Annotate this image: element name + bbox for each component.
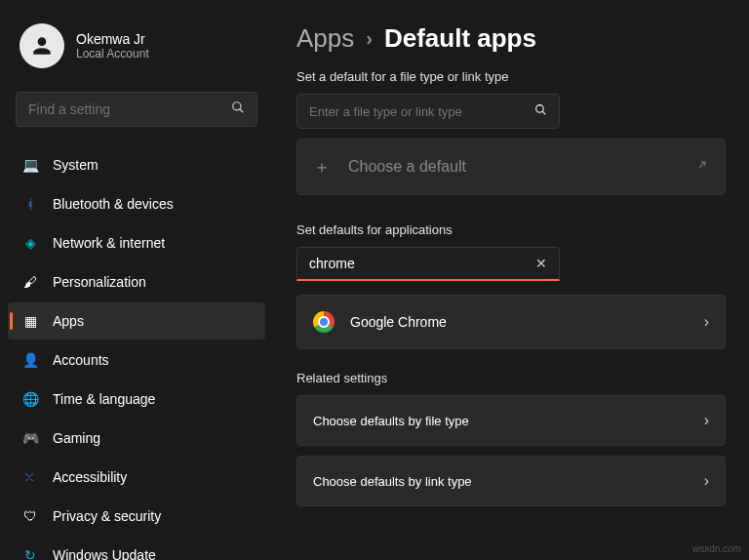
- globe-icon: 🌐: [21, 390, 39, 408]
- nav-update[interactable]: ↻Windows Update: [8, 537, 265, 560]
- filetype-search-input[interactable]: [309, 104, 534, 119]
- filetype-section-label: Set a default for a file type or link ty…: [296, 69, 726, 84]
- profile-name: Okemwa Jr: [76, 31, 149, 47]
- nav-bluetooth[interactable]: ᚼBluetooth & devices: [8, 185, 265, 222]
- nav-personalization[interactable]: 🖌Personalization: [8, 263, 265, 300]
- system-icon: 💻: [21, 156, 39, 174]
- profile-subtitle: Local Account: [76, 47, 149, 60]
- nav-network[interactable]: ◈Network & internet: [8, 224, 265, 261]
- chrome-icon: [313, 311, 335, 333]
- nav-accessibility[interactable]: ⛌Accessibility: [8, 459, 265, 496]
- app-search[interactable]: ✕: [296, 247, 560, 281]
- nav-time[interactable]: 🌐Time & language: [8, 380, 265, 418]
- nav-gaming[interactable]: 🎮Gaming: [8, 420, 265, 457]
- search-icon: [231, 100, 245, 118]
- app-result-chrome[interactable]: Google Chrome ›: [296, 295, 726, 349]
- shield-icon: 🛡: [21, 507, 39, 525]
- nav-accounts[interactable]: 👤Accounts: [8, 341, 265, 379]
- settings-search[interactable]: [16, 92, 257, 127]
- breadcrumb: Apps › Default apps: [296, 23, 726, 54]
- apps-icon: ▦: [21, 312, 39, 330]
- related-section-label: Related settings: [296, 371, 726, 385]
- chevron-right-icon: ›: [704, 313, 709, 331]
- chevron-right-icon: ›: [704, 472, 709, 490]
- accessibility-icon: ⛌: [21, 468, 39, 486]
- related-by-filetype[interactable]: Choose defaults by file type ›: [296, 395, 726, 446]
- clear-icon[interactable]: ✕: [535, 256, 547, 271]
- nav-privacy[interactable]: 🛡Privacy & security: [8, 498, 265, 535]
- wifi-icon: ◈: [21, 234, 39, 252]
- apps-section-label: Set defaults for applications: [296, 222, 726, 237]
- search-icon: [534, 102, 547, 120]
- chevron-right-icon: ›: [366, 27, 373, 50]
- breadcrumb-parent[interactable]: Apps: [296, 23, 354, 54]
- choose-default-label: Choose a default: [348, 158, 466, 176]
- svg-point-2: [536, 105, 544, 113]
- settings-search-input[interactable]: [28, 101, 231, 117]
- svg-line-3: [542, 111, 545, 114]
- app-search-input[interactable]: [309, 256, 535, 271]
- choose-default-button[interactable]: ＋ Choose a default: [296, 139, 726, 195]
- main-content: Apps › Default apps Set a default for a …: [273, 0, 749, 560]
- chevron-right-icon: ›: [704, 412, 709, 429]
- page-title: Default apps: [384, 23, 536, 54]
- filetype-search[interactable]: [296, 94, 560, 129]
- nav-list: 💻System ᚼBluetooth & devices ◈Network & …: [8, 146, 265, 560]
- related-by-linktype[interactable]: Choose defaults by link type ›: [296, 456, 726, 506]
- open-icon: [695, 158, 709, 176]
- svg-line-1: [240, 109, 244, 113]
- gamepad-icon: 🎮: [21, 429, 39, 447]
- bluetooth-icon: ᚼ: [21, 195, 39, 213]
- svg-point-0: [233, 102, 241, 110]
- brush-icon: 🖌: [21, 273, 39, 291]
- profile-block[interactable]: Okemwa Jr Local Account: [8, 16, 265, 76]
- app-result-label: Google Chrome: [350, 314, 689, 330]
- avatar: [20, 23, 64, 68]
- update-icon: ↻: [21, 546, 39, 560]
- person-icon: 👤: [21, 351, 39, 369]
- nav-system[interactable]: 💻System: [8, 146, 265, 183]
- watermark: wsxdn.com: [692, 543, 741, 554]
- plus-icon: ＋: [313, 155, 331, 179]
- nav-apps[interactable]: ▦Apps: [8, 302, 265, 340]
